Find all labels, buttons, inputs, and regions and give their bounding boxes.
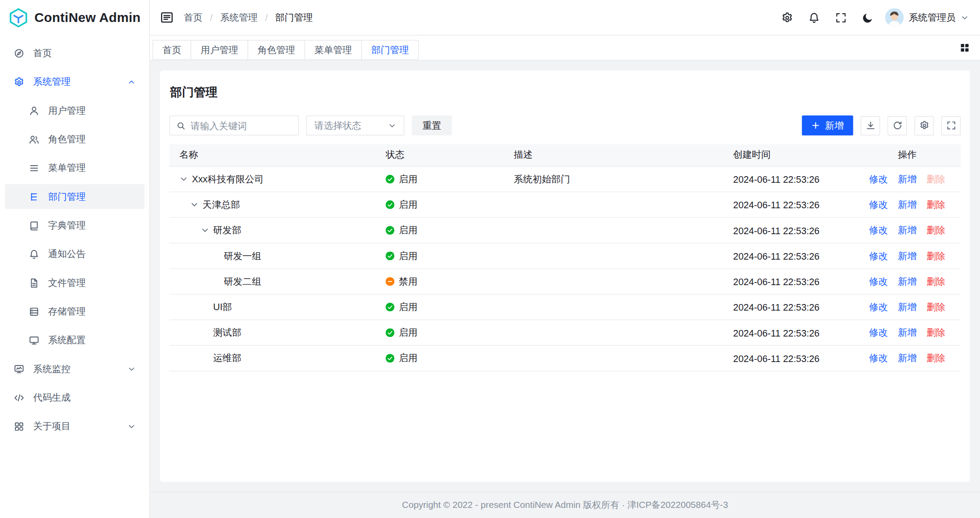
add-child-link[interactable]: 新增	[898, 173, 917, 185]
dept-name: 测试部	[213, 327, 241, 339]
delete-link[interactable]: 删除	[927, 327, 946, 339]
monitor-icon	[29, 335, 39, 345]
table-fullscreen-button[interactable]	[941, 116, 961, 135]
sidebar-item-storage[interactable]: 存储管理	[5, 299, 144, 324]
sidebar-collapse-button[interactable]	[160, 11, 174, 24]
edit-link[interactable]: 修改	[869, 199, 888, 210]
add-child-link[interactable]: 新增	[898, 250, 917, 262]
delete-link[interactable]: 删除	[927, 275, 946, 287]
collapse-caret-icon[interactable]	[200, 226, 209, 235]
book-icon	[29, 220, 39, 231]
sidebar-item-user[interactable]: 用户管理	[5, 98, 144, 123]
breadcrumb-item[interactable]: 首页	[184, 11, 203, 23]
department-table: 名称状态描述创建时间操作 Xxx科技有限公司 启用 系统初始部门 2024-06…	[169, 144, 961, 472]
dark-mode-moon-icon[interactable]	[862, 11, 874, 23]
fullscreen-icon[interactable]	[835, 11, 847, 23]
status-enabled-icon	[386, 303, 394, 312]
tab-部门管理[interactable]: 部门管理	[361, 40, 419, 60]
user-menu[interactable]: 系统管理员	[885, 8, 969, 27]
breadcrumb-item[interactable]: 部门管理	[275, 11, 313, 23]
footer: Copyright © 2022 - present ContiNew Admi…	[150, 492, 980, 518]
delete-link[interactable]: 删除	[927, 301, 946, 313]
delete-link[interactable]: 删除	[927, 199, 946, 210]
tab-actions-grid-icon[interactable]	[959, 43, 970, 53]
add-child-link[interactable]: 新增	[898, 352, 917, 364]
sidebar-item-role[interactable]: 角色管理	[5, 127, 144, 152]
add-child-link[interactable]: 新增	[898, 301, 917, 313]
status-disabled-icon	[386, 277, 394, 286]
sidebar-item-label: 系统配置	[48, 334, 85, 346]
delete-link[interactable]: 删除	[927, 250, 946, 262]
keyword-input[interactable]	[191, 120, 292, 130]
delete-link[interactable]: 删除	[927, 352, 946, 364]
sidebar-item-menu[interactable]: 菜单管理	[5, 156, 144, 181]
edit-link[interactable]: 修改	[869, 301, 888, 313]
edit-link[interactable]: 修改	[869, 173, 888, 185]
tab-首页[interactable]: 首页	[153, 40, 191, 60]
add-child-link[interactable]: 新增	[898, 327, 917, 339]
edit-link[interactable]: 修改	[869, 275, 888, 287]
sidebar-item-label: 通知公告	[48, 248, 85, 260]
sidebar-item-label: 首页	[33, 47, 52, 59]
delete-link[interactable]: 删除	[927, 225, 946, 236]
gear-icon	[14, 76, 24, 87]
edit-link[interactable]: 修改	[869, 250, 888, 262]
monitor-chart-icon	[14, 363, 24, 374]
keyword-search	[169, 116, 299, 135]
sidebar-item-file[interactable]: 文件管理	[5, 270, 144, 295]
breadcrumb-separator: /	[210, 12, 213, 23]
tab-角色管理[interactable]: 角色管理	[248, 40, 305, 60]
sidebar-item-dept[interactable]: 部门管理	[5, 184, 144, 209]
list-icon	[29, 163, 39, 173]
collapse-caret-icon[interactable]	[179, 175, 188, 184]
main-column: 首页/系统管理/部门管理 系统管理员 首页用户管理角色管理菜单管理部门管理	[150, 0, 980, 518]
sidebar-item-notice[interactable]: 通知公告	[5, 242, 144, 267]
column-settings-button[interactable]	[914, 116, 934, 135]
settings-gear-icon[interactable]	[781, 11, 793, 23]
sidebar-item-home[interactable]: 首页	[5, 40, 144, 65]
created-time: 2024-06-11 22:53:26	[723, 218, 855, 243]
sidebar-item-about[interactable]: 关于项目	[5, 414, 144, 439]
sidebar-item-monitor[interactable]: 系统监控	[5, 356, 144, 381]
collapse-caret-icon[interactable]	[190, 200, 199, 209]
edit-link[interactable]: 修改	[869, 352, 888, 364]
export-download-button[interactable]	[861, 116, 880, 135]
created-time: 2024-06-11 22:53:26	[723, 346, 855, 371]
copyright-text: Copyright © 2022 - present ContiNew Admi…	[402, 499, 728, 511]
delete-link[interactable]: 删除	[927, 173, 946, 185]
refresh-button[interactable]	[888, 116, 907, 135]
status-enabled-icon	[386, 175, 394, 184]
edit-link[interactable]: 修改	[869, 225, 888, 236]
topbar: 首页/系统管理/部门管理 系统管理员	[150, 0, 980, 36]
bell-icon	[29, 249, 39, 259]
tree-indent	[179, 204, 190, 205]
table-row: 研发二组 禁用 2024-06-11 22:53:26 修改 新增 删除	[169, 269, 961, 294]
dept-name: 运维部	[213, 352, 241, 364]
add-child-link[interactable]: 新增	[898, 275, 917, 287]
logo-icon	[8, 7, 29, 28]
logo[interactable]: ContiNew Admin	[0, 0, 149, 35]
add-button[interactable]: 新增	[802, 116, 853, 135]
status-select[interactable]: 请选择状态	[306, 116, 404, 135]
notification-bell-icon[interactable]	[808, 11, 820, 23]
add-child-link[interactable]: 新增	[898, 225, 917, 236]
table-row: 研发一组 启用 2024-06-11 22:53:26 修改 新增 删除	[169, 243, 961, 269]
sidebar-item-system[interactable]: 系统管理	[5, 69, 144, 94]
breadcrumb-item[interactable]: 系统管理	[220, 11, 258, 23]
sidebar-item-dict[interactable]: 字典管理	[5, 213, 144, 238]
download-icon	[865, 120, 875, 130]
sidebar-item-config[interactable]: 系统配置	[5, 328, 144, 353]
tab-菜单管理[interactable]: 菜单管理	[304, 40, 362, 60]
dept-name: 研发二组	[224, 275, 261, 287]
sidebar-item-codegen[interactable]: 代码生成	[5, 385, 144, 410]
file-icon	[29, 277, 39, 288]
tab-用户管理[interactable]: 用户管理	[191, 40, 248, 60]
add-child-link[interactable]: 新增	[898, 199, 917, 210]
sidebar-item-label: 用户管理	[48, 105, 85, 116]
reset-button[interactable]: 重置	[412, 116, 452, 135]
table-row: Xxx科技有限公司 启用 系统初始部门 2024-06-11 22:53:26 …	[169, 167, 961, 192]
tab-bar: 首页用户管理角色管理菜单管理部门管理	[150, 36, 980, 61]
edit-link[interactable]: 修改	[869, 327, 888, 339]
user-icon	[29, 105, 39, 116]
content-area: 部门管理 请选择状态 重置	[150, 61, 980, 492]
